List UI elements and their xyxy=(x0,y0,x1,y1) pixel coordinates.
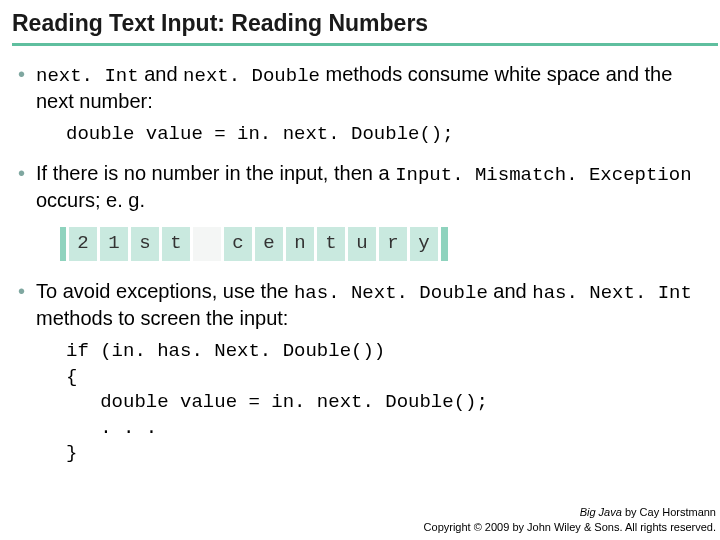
tile-char: t xyxy=(162,227,190,261)
tile-space xyxy=(193,227,221,261)
footer-copyright: Copyright © 2009 by John Wiley & Sons. A… xyxy=(424,521,716,533)
tile-char: y xyxy=(410,227,438,261)
text: and xyxy=(488,280,532,302)
tile-char: u xyxy=(348,227,376,261)
slide: Reading Text Input: Reading Numbers next… xyxy=(0,0,720,540)
title-underline xyxy=(12,43,718,46)
tile-char: t xyxy=(317,227,345,261)
code-inline: Input. Mismatch. Exception xyxy=(395,164,691,186)
tile-char: e xyxy=(255,227,283,261)
footer-by: by Cay Horstmann xyxy=(622,506,716,518)
text: occurs; e. g. xyxy=(36,189,145,211)
code-block-2: if (in. has. Next. Double()) { double va… xyxy=(66,339,708,467)
tile-char: r xyxy=(379,227,407,261)
text: To avoid exceptions, use the xyxy=(36,280,294,302)
code-inline: next. Int xyxy=(36,65,139,87)
text: and xyxy=(139,63,183,85)
bullet-list: next. Int and next. Double methods consu… xyxy=(12,62,720,467)
footer: Big Java by Cay Horstmann Copyright © 20… xyxy=(424,505,716,534)
code-inline: has. Next. Int xyxy=(532,282,692,304)
bullet-1: next. Int and next. Double methods consu… xyxy=(18,62,708,147)
tile-char: s xyxy=(131,227,159,261)
tile-char: 2 xyxy=(69,227,97,261)
bullet-2: If there is no number in the input, then… xyxy=(18,161,708,261)
bullet-3: To avoid exceptions, use the has. Next. … xyxy=(18,279,708,467)
code-inline: next. Double xyxy=(183,65,320,87)
char-tiles: 21stcentury xyxy=(60,227,708,261)
tile-edge xyxy=(60,227,66,261)
code-inline: has. Next. Double xyxy=(294,282,488,304)
tile-char: 1 xyxy=(100,227,128,261)
tile-char: c xyxy=(224,227,252,261)
footer-book: Big Java xyxy=(580,506,622,518)
code-block-1: double value = in. next. Double(); xyxy=(66,122,708,148)
page-title: Reading Text Input: Reading Numbers xyxy=(12,10,720,43)
tile-edge xyxy=(441,227,448,261)
text: If there is no number in the input, then… xyxy=(36,162,395,184)
tile-char: n xyxy=(286,227,314,261)
text: methods to screen the input: xyxy=(36,307,288,329)
